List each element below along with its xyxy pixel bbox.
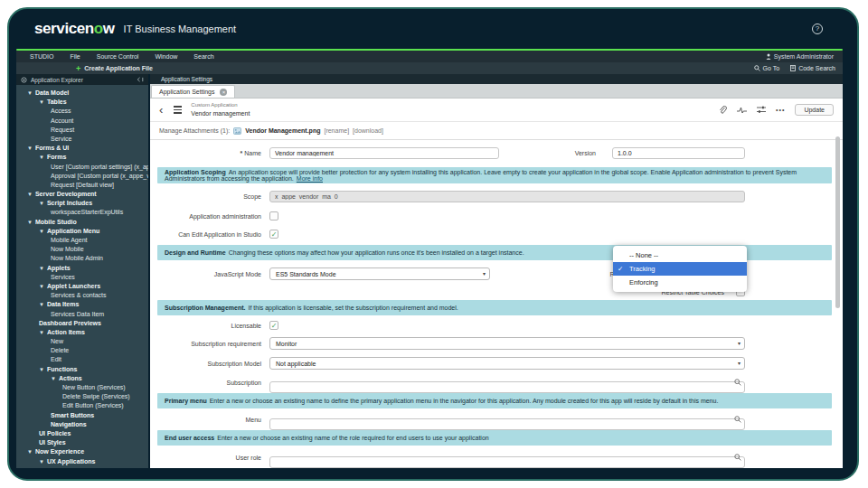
expand-arrow-icon[interactable]: ▼ (39, 155, 44, 160)
tree-item-smart-buttons[interactable]: Smart Buttons (16, 411, 148, 420)
expand-arrow-icon[interactable]: ▼ (39, 201, 44, 206)
expand-arrow-icon[interactable]: ▼ (27, 220, 33, 225)
tree-item-action-items[interactable]: ▼Action Items (16, 328, 148, 337)
menu-item-source-control[interactable]: Source Control (89, 53, 147, 60)
create-application-file-button[interactable]: Create Application File (84, 65, 153, 71)
attachment-icon[interactable] (719, 106, 727, 115)
expand-arrow-icon[interactable]: ▼ (39, 229, 44, 234)
javascript-mode-select[interactable]: ES5 Standards Mode▾ (269, 267, 490, 280)
tree-item-edit[interactable]: Edit (16, 355, 148, 364)
tree-item-now-mobile-admin[interactable]: Now Mobile Admin (16, 254, 148, 263)
download-link[interactable]: [download] (353, 127, 383, 134)
subscription-requirement-select[interactable]: Monitor▾ (269, 337, 745, 350)
go-to-button[interactable]: Go To (754, 65, 780, 71)
back-button[interactable]: ‹ (159, 104, 163, 116)
expand-arrow-icon[interactable]: ▼ (39, 367, 44, 372)
expand-arrow-icon[interactable]: ▼ (27, 145, 33, 151)
close-tab-icon[interactable]: × (220, 89, 227, 96)
tree-item-edit-button-services[interactable]: Edit Button (Services) (16, 401, 148, 410)
expand-arrow-icon[interactable]: ▼ (39, 266, 44, 271)
tree-item-user-custom-portal-settings-x-appe-ve[interactable]: User [Custom portal settings] (x_appe_ve (16, 163, 148, 172)
tree-item-applets[interactable]: ▼Applets (16, 264, 148, 273)
tree-item-approval-custom-portal-x-appe-vendo[interactable]: Approval [Custom portal (x_appe_vendo (16, 172, 148, 181)
tree-item-dashboard-previews[interactable]: Dashboard Previews (16, 319, 148, 328)
tree-item-workspacestarterexputils[interactable]: workspaceStarterExpUtils (16, 208, 148, 217)
tree-item-data-model[interactable]: ▼Data Model (16, 89, 148, 98)
tree-item-mobile-agent[interactable]: Mobile Agent (16, 236, 148, 245)
tree-item-ux-applications[interactable]: ▼UX Applications (16, 457, 148, 466)
menu-input[interactable] (269, 418, 745, 430)
tree-item-ui-styles[interactable]: UI Styles (16, 438, 148, 447)
tree-item-navigations[interactable]: Navigations (16, 420, 148, 429)
manage-attachments-label[interactable]: Manage Attachments (1): (159, 127, 230, 134)
tree-item-request-default-view[interactable]: Request [Default view] (16, 181, 148, 190)
expand-arrow-icon[interactable]: ▼ (51, 376, 56, 381)
user-menu[interactable]: System Administrator (766, 53, 837, 60)
more-info-link[interactable]: More info (297, 175, 323, 182)
menu-item-window[interactable]: Window (146, 53, 185, 60)
tree-item-services-data-item[interactable]: Services Data Item (16, 310, 148, 319)
tree-item-applet-launchers[interactable]: ▼Applet Launchers (16, 282, 148, 291)
expand-arrow-icon[interactable]: ▼ (39, 302, 44, 307)
user-role-input[interactable] (269, 456, 745, 468)
menu-item-studio[interactable]: STUDIO (22, 53, 61, 60)
name-input[interactable] (269, 147, 499, 159)
rename-link[interactable]: [rename] (324, 127, 349, 134)
expand-arrow-icon[interactable]: ▼ (27, 449, 33, 455)
tree-item-server-development[interactable]: ▼Server Development (16, 190, 148, 199)
tree-item-access[interactable]: Access (16, 107, 148, 116)
help-icon[interactable]: ? (812, 23, 823, 34)
tree-item-now-mobile[interactable]: Now Mobile (16, 245, 148, 254)
dropdown-option-enforcing[interactable]: Enforcing (613, 276, 747, 289)
subscription-input[interactable] (269, 381, 745, 393)
application-administration-checkbox[interactable] (269, 211, 278, 221)
menu-item-file[interactable]: File (61, 53, 88, 60)
menu-item-search[interactable]: Search (185, 53, 222, 60)
expand-arrow-icon[interactable]: ▼ (39, 99, 44, 105)
tree-item-services[interactable]: Services (16, 273, 148, 282)
vertical-scrollbar[interactable] (835, 136, 840, 308)
context-menu-icon[interactable] (174, 106, 182, 114)
tree-item-delete[interactable]: Delete (16, 346, 148, 355)
version-input[interactable] (612, 147, 745, 159)
tree-item-data-items[interactable]: ▼Data Items (16, 300, 148, 309)
expand-arrow-icon[interactable]: ▼ (27, 192, 33, 197)
tree-item-request[interactable]: Request (16, 126, 148, 135)
tree-item-functions[interactable]: ▼Functions (16, 365, 148, 374)
search-icon[interactable] (734, 379, 741, 386)
expand-arrow-icon[interactable]: ▼ (39, 459, 44, 465)
search-icon[interactable] (734, 416, 741, 423)
tab-application-settings[interactable]: Application Settings × (151, 85, 235, 98)
tree-item-forms-ui[interactable]: ▼Forms & UI (16, 144, 148, 153)
tree-item-ui-policies[interactable]: UI Policies (16, 429, 148, 438)
tree-item-account[interactable]: Account (16, 117, 148, 126)
update-button[interactable]: Update (795, 104, 834, 116)
tree-item-now-experience[interactable]: ▼Now Experience (16, 447, 148, 456)
licensable-checkbox[interactable]: ✓ (269, 321, 278, 330)
search-icon[interactable] (734, 454, 741, 461)
expand-arrow-icon[interactable]: ▼ (27, 90, 33, 96)
filter-sliders-icon[interactable] (757, 106, 766, 114)
tree-item-services-contacts[interactable]: Services & contacts (16, 291, 148, 300)
tree-item-tables[interactable]: ▼Tables (16, 98, 148, 107)
subscription-model-select[interactable]: Not applicable▾ (269, 357, 745, 370)
tree-item-actions[interactable]: ▼Actions (16, 374, 148, 383)
tree-item-application-menu[interactable]: ▼Application Menu (16, 227, 148, 236)
collapse-panel-icon[interactable] (137, 77, 144, 82)
expand-arrow-icon[interactable]: ▼ (39, 284, 44, 289)
tree-item-delete-swipe-services[interactable]: Delete Swipe (Services) (16, 392, 148, 401)
tree-item-script-includes[interactable]: ▼Script Includes (16, 199, 148, 208)
dropdown-option-none[interactable]: -- None -- (613, 249, 747, 262)
tree-item-new-button-services[interactable]: New Button (Services) (16, 383, 148, 392)
expand-arrow-icon[interactable]: ▼ (39, 330, 44, 335)
tree-item-mobile-studio[interactable]: ▼Mobile Studio (16, 218, 148, 227)
tree-item-new[interactable]: New (16, 337, 148, 346)
activity-stream-icon[interactable] (737, 107, 747, 114)
tree-item-service[interactable]: Service (16, 135, 148, 144)
can-edit-checkbox[interactable]: ✓ (269, 230, 278, 239)
attachment-filename[interactable]: Vendor Management.png (245, 127, 320, 134)
more-options-icon[interactable]: ••• (776, 107, 785, 113)
code-search-button[interactable]: Code Search (790, 65, 835, 71)
dropdown-option-tracking[interactable]: ✓Tracking (613, 262, 747, 276)
tree-item-forms[interactable]: ▼Forms (16, 153, 148, 162)
